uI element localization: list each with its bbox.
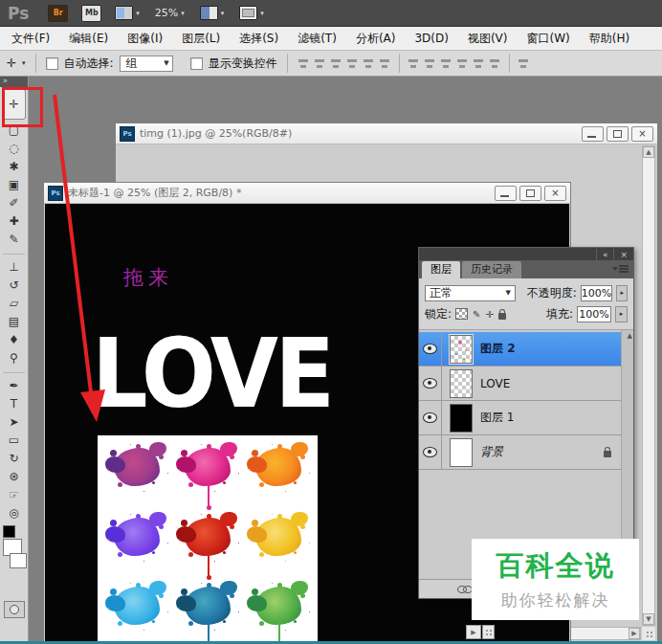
- arrange-documents-control[interactable]: ▾: [115, 6, 140, 20]
- link-layers-icon[interactable]: [457, 586, 473, 593]
- distribute-top-edges-icon[interactable]: [408, 57, 420, 69]
- 3d-rotate-tool[interactable]: ↻: [0, 449, 28, 467]
- show-transform-checkbox[interactable]: [190, 57, 203, 70]
- align-right-edges-icon[interactable]: [379, 57, 391, 69]
- scroll-down-button[interactable]: ▼: [643, 613, 654, 625]
- type-tool[interactable]: T: [0, 394, 28, 412]
- 3d-orbit-tool[interactable]: ⊛: [0, 467, 28, 485]
- timg-titlebar[interactable]: Ps timg (1).jpg @ 25%(RGB/8#) ×: [116, 123, 657, 144]
- untitled-titlebar[interactable]: Ps 未标题-1 @ 25% (图层 2, RGB/8) * ×: [44, 183, 570, 204]
- clone-stamp-tool[interactable]: ⊥: [0, 257, 28, 276]
- path-selection-tool[interactable]: ➤: [0, 412, 28, 431]
- minimize-button[interactable]: [495, 186, 517, 201]
- zoom-tool[interactable]: ◎: [0, 503, 28, 522]
- auto-align-layers-icon[interactable]: [518, 57, 530, 69]
- menu-item[interactable]: 编辑(E): [59, 27, 118, 50]
- hand-tool[interactable]: ☞: [0, 485, 28, 503]
- screen-mode-control[interactable]: ▾: [239, 6, 264, 20]
- blend-mode-dropdown[interactable]: 正常 ▼: [425, 285, 516, 301]
- pen-tool[interactable]: ✒: [0, 376, 28, 394]
- view-extras-control[interactable]: ▾: [200, 6, 225, 20]
- distribute-bottom-edges-icon[interactable]: [440, 57, 452, 69]
- menu-item[interactable]: 3D(D): [405, 27, 457, 50]
- layer-thumbnail[interactable]: [450, 438, 473, 467]
- quick-selection-tool[interactable]: ✱: [0, 157, 28, 175]
- visibility-toggle[interactable]: [419, 401, 442, 434]
- chevron-down-icon[interactable]: ▾: [22, 59, 26, 67]
- mini-bridge-button[interactable]: Mb: [81, 5, 101, 22]
- minimize-button[interactable]: [582, 126, 604, 142]
- auto-select-group-dropdown[interactable]: 组 ▼: [120, 56, 173, 72]
- menu-item[interactable]: 视图(V): [458, 27, 518, 50]
- menu-item[interactable]: 选择(S): [230, 27, 288, 50]
- toolbox-collapse-header[interactable]: »: [0, 77, 28, 87]
- layer-row[interactable]: LOVE: [419, 366, 621, 401]
- bridge-button[interactable]: Br: [48, 5, 68, 22]
- align-left-edges-icon[interactable]: [346, 57, 359, 69]
- auto-select-checkbox[interactable]: [46, 57, 58, 70]
- lock-position-icon[interactable]: ✛: [485, 309, 493, 320]
- menu-item[interactable]: 文件(F): [2, 27, 59, 50]
- lasso-tool[interactable]: ◌: [0, 139, 28, 157]
- align-top-edges-icon[interactable]: [298, 57, 310, 69]
- tab-layers[interactable]: 图层: [422, 261, 460, 278]
- menu-item[interactable]: 分析(A): [346, 27, 406, 50]
- scroll-right-fragment[interactable]: ▶: [466, 625, 481, 639]
- eyedropper-tool[interactable]: ✐: [0, 193, 28, 211]
- restore-button[interactable]: [519, 186, 541, 201]
- menu-item[interactable]: 滤镜(T): [288, 27, 346, 50]
- tab-history[interactable]: 历史记录: [462, 261, 521, 278]
- distribute-right-edges-icon[interactable]: [489, 57, 501, 69]
- restore-button[interactable]: [607, 126, 629, 142]
- scroll-up-icon[interactable]: ▲: [628, 332, 632, 340]
- dodge-tool[interactable]: ⚲: [0, 348, 28, 366]
- menu-item[interactable]: 窗口(W): [518, 27, 580, 50]
- lock-paint-icon[interactable]: ✎: [473, 309, 480, 320]
- panel-menu-icon[interactable]: [612, 264, 629, 275]
- background-color-swatch-2[interactable]: [10, 553, 27, 568]
- visibility-toggle[interactable]: [419, 332, 442, 366]
- distribute-left-edges-icon[interactable]: [456, 57, 469, 69]
- fill-value[interactable]: 100%: [577, 306, 611, 322]
- close-button[interactable]: ×: [544, 186, 566, 201]
- lock-all-icon[interactable]: [498, 313, 506, 320]
- collapse-panel-icon[interactable]: «: [596, 249, 614, 260]
- gradient-tool[interactable]: ▤: [0, 312, 28, 330]
- crop-tool[interactable]: ▣: [0, 175, 28, 193]
- brush-tool[interactable]: ✎: [0, 230, 28, 248]
- distribute-vertical-centers-icon[interactable]: [424, 57, 436, 69]
- scroll-up-button[interactable]: ▲: [643, 146, 654, 158]
- align-bottom-edges-icon[interactable]: [330, 57, 342, 69]
- layer-row[interactable]: 图层 1: [419, 401, 621, 435]
- opacity-spinner[interactable]: ▸: [616, 285, 628, 301]
- visibility-toggle[interactable]: [419, 435, 442, 469]
- quick-mask-button[interactable]: [4, 601, 25, 618]
- close-panel-icon[interactable]: ×: [613, 249, 633, 260]
- vertical-scrollbar[interactable]: ▲ ▼: [642, 145, 655, 626]
- align-horizontal-centers-icon[interactable]: [363, 57, 375, 69]
- shape-tool[interactable]: ▭: [0, 431, 28, 449]
- menu-item[interactable]: 帮助(H): [580, 27, 639, 50]
- zoom-level-control[interactable]: 25% ▾: [155, 7, 185, 19]
- history-brush-tool[interactable]: ↺: [0, 276, 28, 294]
- close-button[interactable]: ×: [631, 126, 653, 142]
- layer-thumbnail[interactable]: [450, 404, 473, 433]
- fill-spinner[interactable]: ▸: [615, 306, 628, 322]
- eraser-tool[interactable]: ▱: [0, 294, 28, 312]
- opacity-value[interactable]: 100%: [581, 285, 612, 301]
- lock-transparent-icon[interactable]: [455, 308, 468, 320]
- distribute-horizontal-centers-icon[interactable]: [473, 57, 485, 69]
- foreground-color-swatch[interactable]: [3, 525, 15, 538]
- visibility-toggle[interactable]: [419, 366, 442, 400]
- blur-tool[interactable]: ♦: [0, 330, 28, 348]
- align-vertical-centers-icon[interactable]: [314, 57, 326, 69]
- layer-row[interactable]: 背景: [419, 435, 621, 470]
- healing-brush-tool[interactable]: ✚: [0, 211, 28, 230]
- layer-thumbnail[interactable]: [450, 335, 473, 364]
- layer-row[interactable]: 图层 2: [419, 332, 621, 366]
- resize-grip-fragment[interactable]: [482, 625, 495, 639]
- resize-grip[interactable]: [642, 627, 655, 640]
- scroll-right-button[interactable]: ▶: [629, 628, 640, 639]
- menu-item[interactable]: 图像(I): [118, 27, 172, 50]
- menu-item[interactable]: 图层(L): [172, 27, 230, 50]
